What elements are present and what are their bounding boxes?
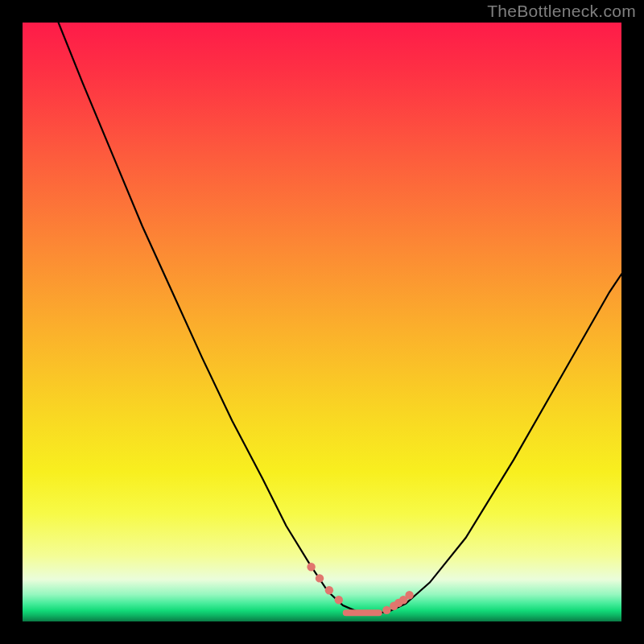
watermark-text: TheBottleneck.com <box>487 2 636 21</box>
dot <box>382 606 390 614</box>
chart-frame <box>23 23 621 621</box>
near-optimal-markers <box>307 563 413 614</box>
dot <box>405 591 413 599</box>
dot <box>316 574 324 582</box>
chart-svg <box>23 23 621 621</box>
dot <box>325 586 333 594</box>
dot <box>307 563 315 571</box>
dot <box>335 596 343 604</box>
bottleneck-curve <box>59 23 621 613</box>
